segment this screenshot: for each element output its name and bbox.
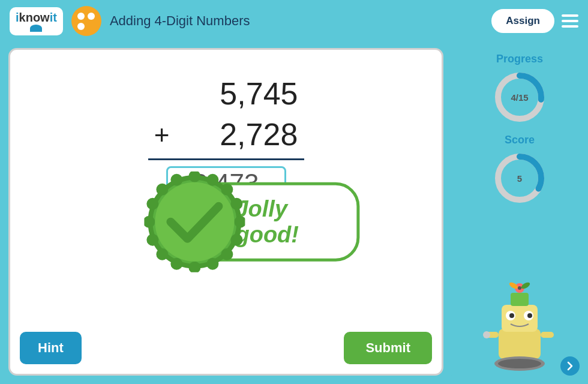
progress-label: Progress — [496, 53, 543, 65]
content-area: 5,745 + 2,728 8,473 — [8, 48, 443, 376]
svg-point-29 — [509, 313, 514, 318]
plus-sign: + — [154, 118, 170, 152]
header-controls: Assign — [491, 9, 578, 33]
progress-donut: 4/15 — [493, 70, 547, 124]
hint-button[interactable]: Hint — [20, 332, 82, 364]
svg-point-4 — [221, 184, 233, 196]
scallop-svg — [144, 172, 245, 272]
main-container: 5,745 + 2,728 8,473 — [0, 42, 588, 384]
right-panel: Progress 4/15 Score 5 — [460, 48, 580, 376]
progress-value: 4/15 — [511, 92, 528, 103]
logo: i know it — [10, 7, 63, 35]
math-row-1: 5,745 — [148, 74, 304, 115]
score-label: Score — [505, 134, 535, 146]
svg-point-13 — [146, 234, 158, 246]
hamburger-line — [562, 20, 578, 22]
svg-point-15 — [146, 198, 158, 210]
activity-title: Adding 4-Digit Numbers — [110, 13, 483, 29]
activity-icon — [71, 6, 101, 36]
svg-point-17 — [170, 174, 182, 186]
score-value: 5 — [517, 173, 522, 184]
assign-button[interactable]: Assign — [491, 9, 554, 33]
nav-arrow-button[interactable] — [560, 356, 580, 376]
number1: 5,745 — [178, 74, 298, 115]
score-donut: 5 — [493, 151, 547, 205]
svg-point-7 — [230, 234, 242, 246]
svg-point-12 — [156, 248, 168, 260]
svg-point-3 — [206, 174, 218, 186]
feedback-message: Jolly good! — [235, 196, 335, 248]
svg-rect-23 — [499, 329, 541, 359]
bottom-bar: Hint Submit — [20, 332, 432, 364]
hamburger-line — [562, 14, 578, 17]
menu-button[interactable] — [562, 14, 578, 28]
submit-button[interactable]: Submit — [344, 332, 432, 364]
svg-point-8 — [221, 248, 233, 260]
svg-point-16 — [156, 184, 168, 196]
logo-bulb-icon — [30, 25, 42, 32]
dots-icon — [77, 13, 95, 30]
svg-point-11 — [170, 258, 182, 270]
panel-divider — [451, 48, 452, 376]
arrow-right-icon — [565, 361, 575, 371]
svg-rect-31 — [511, 293, 529, 306]
svg-point-5 — [230, 198, 242, 210]
robot-mascot-icon — [481, 275, 559, 371]
svg-point-30 — [527, 313, 532, 318]
math-row-2: + 2,728 — [148, 115, 304, 155]
feedback-overlay: Jolly good! — [144, 172, 360, 272]
header: i know it Adding 4-Digit Numbers Assign — [0, 0, 588, 42]
logo-know: know — [19, 11, 50, 25]
score-section: Score 5 — [493, 134, 547, 205]
correct-badge — [144, 172, 227, 272]
math-underline — [148, 158, 304, 160]
svg-point-9 — [206, 258, 218, 270]
hamburger-line — [562, 25, 578, 28]
logo-it: it — [50, 11, 57, 25]
svg-rect-38 — [541, 332, 554, 338]
progress-section: Progress 4/15 — [493, 53, 547, 124]
number2: 2,728 — [178, 115, 298, 155]
svg-point-33 — [518, 286, 521, 290]
mascot-area — [481, 215, 559, 371]
svg-point-25 — [498, 359, 541, 368]
svg-point-37 — [483, 331, 490, 338]
